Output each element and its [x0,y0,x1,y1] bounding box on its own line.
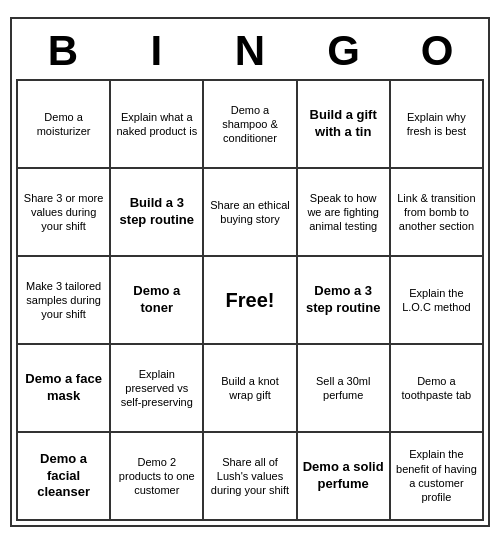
cell-r0-c4[interactable]: Explain why fresh is best [391,81,484,169]
cell-r3-c2[interactable]: Build a knot wrap gift [204,345,297,433]
cell-r0-c2[interactable]: Demo a shampoo & conditioner [204,81,297,169]
cell-r0-c1[interactable]: Explain what a naked product is [111,81,204,169]
header-b: B [16,23,110,79]
header-o: O [390,23,484,79]
bingo-card: B I N G O Demo a moisturizerExplain what… [10,17,490,527]
cell-r2-c3[interactable]: Demo a 3 step routine [298,257,391,345]
header-i: I [110,23,204,79]
cell-r1-c1[interactable]: Build a 3 step routine [111,169,204,257]
cell-r3-c3[interactable]: Sell a 30ml perfume [298,345,391,433]
cell-r2-c2[interactable]: Free! [204,257,297,345]
cell-r3-c4[interactable]: Demo a toothpaste tab [391,345,484,433]
cell-r2-c4[interactable]: Explain the L.O.C method [391,257,484,345]
cell-r4-c0[interactable]: Demo a facial cleanser [18,433,111,521]
header-n: N [203,23,297,79]
cell-r2-c0[interactable]: Make 3 tailored samples during your shif… [18,257,111,345]
header-g: G [297,23,391,79]
cell-r2-c1[interactable]: Demo a toner [111,257,204,345]
cell-r0-c0[interactable]: Demo a moisturizer [18,81,111,169]
cell-r4-c3[interactable]: Demo a solid perfume [298,433,391,521]
cell-r1-c4[interactable]: Link & transition from bomb to another s… [391,169,484,257]
cell-r4-c4[interactable]: Explain the benefit of having a customer… [391,433,484,521]
cell-r0-c3[interactable]: Build a gift with a tin [298,81,391,169]
bingo-grid: Demo a moisturizerExplain what a naked p… [16,79,484,521]
cell-r1-c2[interactable]: Share an ethical buying story [204,169,297,257]
cell-r1-c0[interactable]: Share 3 or more values during your shift [18,169,111,257]
cell-r4-c2[interactable]: Share all of Lush's values during your s… [204,433,297,521]
bingo-header: B I N G O [16,23,484,79]
cell-r4-c1[interactable]: Demo 2 products to one customer [111,433,204,521]
cell-r3-c1[interactable]: Explain preserved vs self-preserving [111,345,204,433]
cell-r3-c0[interactable]: Demo a face mask [18,345,111,433]
cell-r1-c3[interactable]: Speak to how we are fighting animal test… [298,169,391,257]
